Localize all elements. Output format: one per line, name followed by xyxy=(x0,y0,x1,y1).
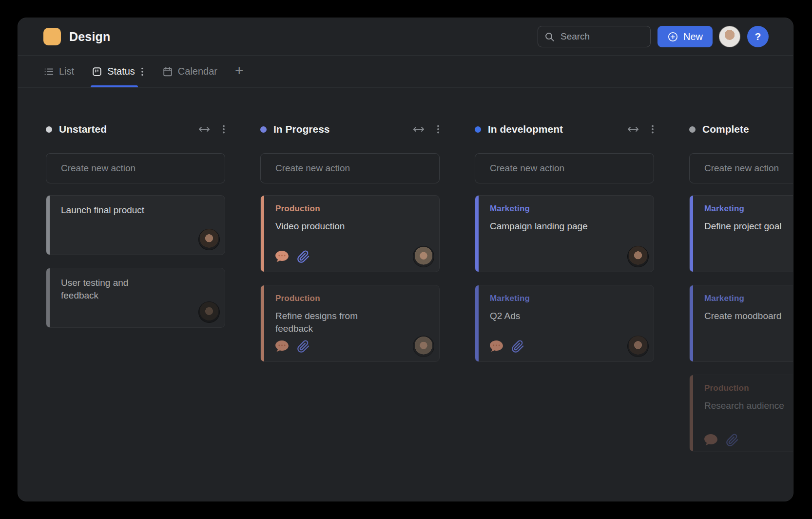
card-label: Production xyxy=(275,294,430,303)
card-accent-bar xyxy=(475,196,479,272)
create-action-button[interactable]: Create new action xyxy=(46,153,225,183)
task-card[interactable]: User testing and feedback xyxy=(46,268,225,328)
tab-status-menu-icon[interactable] xyxy=(140,65,145,78)
column-unstarted: Unstarted Create new action Launch final… xyxy=(46,122,225,501)
help-button[interactable]: ? xyxy=(747,26,769,47)
help-label: ? xyxy=(755,31,761,42)
card-label: Production xyxy=(275,204,430,214)
status-dot xyxy=(475,126,481,133)
assignee-avatar xyxy=(627,336,649,357)
comment-icon xyxy=(489,339,504,353)
task-card[interactable]: Marketing Create moodboard xyxy=(689,285,793,362)
card-accent-bar xyxy=(690,196,693,272)
project-icon[interactable] xyxy=(43,28,61,45)
create-action-button[interactable]: Create new action xyxy=(260,153,440,183)
tab-status[interactable]: Status xyxy=(92,56,145,87)
card-title: User testing and feedback xyxy=(61,277,168,301)
attachment-icon xyxy=(297,250,310,263)
task-card[interactable]: Production Refine designs from feedback xyxy=(260,285,440,362)
card-label: Marketing xyxy=(490,294,645,303)
card-label: Marketing xyxy=(704,204,793,214)
card-accent-bar xyxy=(46,268,50,327)
view-tabbar: List Status Calendar + xyxy=(18,56,793,88)
list-icon xyxy=(43,66,54,77)
column-title: Unstarted xyxy=(59,123,107,135)
app-header: Design New ? xyxy=(18,18,793,56)
task-card[interactable]: Production Research audience xyxy=(689,375,793,452)
task-card[interactable]: Production Video production xyxy=(260,195,440,272)
assignee-avatar xyxy=(198,229,220,250)
page-title: Design xyxy=(69,30,111,44)
attachment-icon xyxy=(297,340,310,353)
tab-list[interactable]: List xyxy=(43,56,74,87)
card-accent-bar xyxy=(475,285,479,361)
tab-calendar-label: Calendar xyxy=(178,66,217,77)
card-title: Refine designs from feedback xyxy=(275,310,383,335)
card-title: Define project goal xyxy=(704,220,793,233)
column-in-development: In development Create new action Marketi… xyxy=(475,122,654,501)
task-card[interactable]: Launch final product xyxy=(46,195,225,255)
app-window: Design New ? List Status xyxy=(18,18,793,501)
tab-list-label: List xyxy=(59,66,74,77)
kanban-board-icon xyxy=(92,66,102,77)
assignee-avatar xyxy=(198,301,220,323)
card-title: Q2 Ads xyxy=(490,310,597,322)
card-title: Research audience xyxy=(704,399,793,412)
comment-icon xyxy=(703,433,718,447)
status-dot xyxy=(689,126,696,133)
card-accent-bar xyxy=(46,196,50,255)
add-view-button[interactable]: + xyxy=(235,63,244,80)
column-title: In development xyxy=(488,123,563,135)
card-accent-bar xyxy=(261,196,264,272)
task-card[interactable]: Marketing Campaign landing page xyxy=(475,195,654,272)
search-box[interactable] xyxy=(538,26,651,47)
new-button-label: New xyxy=(683,31,703,42)
column-title: Complete xyxy=(702,123,749,135)
column-title: In Progress xyxy=(273,123,330,135)
comment-icon xyxy=(274,250,290,263)
search-input[interactable] xyxy=(560,31,644,42)
card-title: Video production xyxy=(275,220,383,233)
column-resize-icon[interactable] xyxy=(626,126,640,133)
column-menu-icon[interactable] xyxy=(437,124,440,135)
calendar-icon xyxy=(162,66,173,77)
create-action-button[interactable]: Create new action xyxy=(475,153,654,183)
card-label: Marketing xyxy=(490,204,645,214)
task-card[interactable]: Marketing Define project goal xyxy=(689,195,793,272)
column-in-progress: In Progress Create new action Production… xyxy=(260,122,440,501)
user-avatar[interactable] xyxy=(719,26,740,47)
plus-circle-icon xyxy=(667,31,678,42)
attachment-icon xyxy=(511,340,524,353)
column-resize-icon[interactable] xyxy=(197,126,212,133)
status-dot xyxy=(46,126,52,133)
comment-icon xyxy=(274,339,290,353)
card-accent-bar xyxy=(261,285,264,361)
card-title: Campaign landing page xyxy=(490,220,597,233)
card-label: Production xyxy=(704,383,793,393)
kanban-board: Unstarted Create new action Launch final… xyxy=(18,88,793,501)
card-accent-bar xyxy=(690,375,693,451)
card-title: Launch final product xyxy=(61,204,168,217)
card-accent-bar xyxy=(690,285,693,361)
attachment-icon xyxy=(726,434,739,447)
card-title: Create moodboard xyxy=(704,310,793,322)
tab-status-label: Status xyxy=(107,66,135,77)
assignee-avatar xyxy=(413,336,434,357)
column-menu-icon[interactable] xyxy=(651,124,654,135)
assignee-avatar xyxy=(413,246,434,267)
search-icon xyxy=(544,32,555,42)
task-card[interactable]: Marketing Q2 Ads xyxy=(475,285,654,362)
column-menu-icon[interactable] xyxy=(222,124,225,135)
assignee-avatar xyxy=(627,246,649,267)
status-dot xyxy=(260,126,267,133)
create-action-button[interactable]: Create new action xyxy=(689,153,793,183)
tab-calendar[interactable]: Calendar xyxy=(162,56,217,87)
card-label: Marketing xyxy=(704,294,793,303)
column-resize-icon[interactable] xyxy=(411,126,426,133)
column-complete: Complete Create new action Marketing Def… xyxy=(689,122,793,501)
new-button[interactable]: New xyxy=(657,26,713,47)
